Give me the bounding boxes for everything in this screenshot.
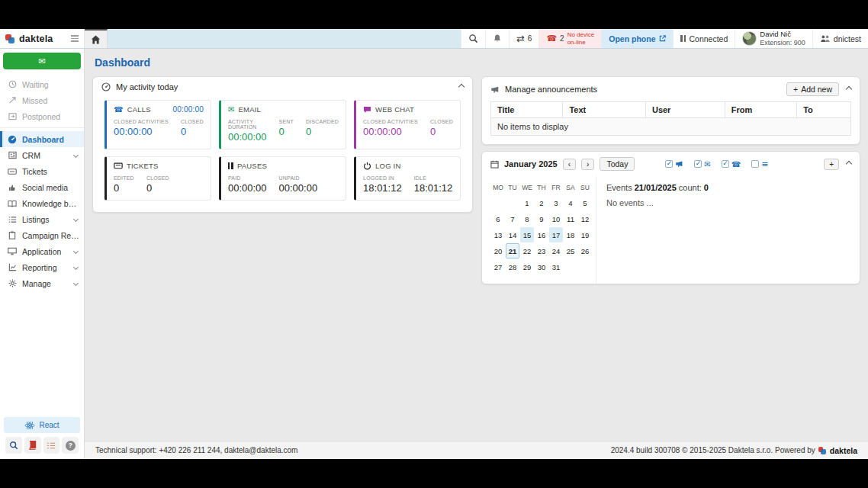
column-header-user[interactable]: User: [645, 102, 725, 118]
column-header-title[interactable]: Title: [491, 102, 563, 118]
calendar-day[interactable]: 6: [491, 211, 505, 226]
tab-home[interactable]: [85, 29, 108, 48]
manual-button[interactable]: [24, 437, 41, 454]
calendar-day[interactable]: 8: [520, 211, 534, 226]
calendar-day[interactable]: 15: [520, 227, 534, 242]
add-new-button[interactable]: +Add new: [786, 82, 839, 96]
user-profile[interactable]: David Nič Extension: 900: [735, 29, 812, 48]
react-version-button[interactable]: React: [4, 417, 80, 433]
filter-calls[interactable]: ☎: [722, 160, 741, 169]
help-button[interactable]: ?: [62, 437, 79, 454]
calendar-day[interactable]: 1: [520, 195, 534, 210]
calendar-day[interactable]: 29: [520, 259, 534, 274]
sidebar-item-campaign-records[interactable]: Campaign Records: [0, 227, 84, 243]
column-header-text[interactable]: Text: [563, 102, 646, 118]
card-log-in[interactable]: LOG IN LOGGED IN18:01:12 IDLE18:01:12: [354, 156, 461, 201]
open-phone-button[interactable]: Open phone: [601, 29, 673, 48]
calendar-day[interactable]: 27: [491, 259, 505, 274]
calendar-day[interactable]: 7: [506, 211, 519, 226]
sidebar-item-waiting[interactable]: Waiting: [0, 76, 84, 92]
activity-panel: My activity today ☎ CALLS 00:00:00: [92, 76, 473, 213]
sidebar-item-listings[interactable]: Listings: [0, 211, 84, 227]
events-header: Events 21/01/2025 count: 0: [606, 183, 850, 192]
card-web-chat[interactable]: WEB CHAT CLOSED ACTIVITIES00:00:00 CLOSE…: [354, 100, 461, 149]
calendar-day[interactable]: 12: [578, 211, 592, 226]
notifications-button[interactable]: [485, 29, 509, 48]
column-header-from[interactable]: From: [725, 102, 796, 118]
calendar-day[interactable]: 23: [535, 243, 548, 258]
no-device-status[interactable]: ☎ 2 No deviceon-line: [538, 29, 601, 48]
checkbox[interactable]: [751, 160, 759, 168]
footer: Technical support: +420 226 211 244, dak…: [85, 441, 868, 459]
calendar-next-button[interactable]: ›: [581, 159, 594, 170]
chevron-down-icon: [73, 265, 79, 270]
collapse-icon[interactable]: [846, 161, 852, 167]
sidebar-search-button[interactable]: [5, 437, 22, 454]
checkbox[interactable]: [722, 160, 729, 168]
collapse-icon[interactable]: [458, 84, 465, 90]
calendar-day[interactable]: 30: [535, 259, 548, 274]
changelog-button[interactable]: [43, 437, 60, 454]
sidebar-item-crm[interactable]: CRM: [0, 147, 84, 163]
calendar-day[interactable]: 16: [535, 227, 548, 242]
calendar-day[interactable]: 22: [520, 243, 534, 258]
calendar-day[interactable]: 24: [549, 243, 563, 258]
envelope-icon: ✉: [228, 105, 235, 114]
transfers-button[interactable]: ⇄ 6: [509, 29, 538, 48]
calendar-day[interactable]: 13: [491, 227, 505, 242]
sidebar-item-application[interactable]: Application: [0, 243, 84, 259]
sidebar-item-postponed[interactable]: Postponed: [0, 108, 84, 124]
calendar-day[interactable]: 25: [564, 243, 577, 258]
sidebar-item-reporting[interactable]: Reporting: [0, 259, 84, 275]
column-header-to[interactable]: To: [797, 102, 851, 118]
calendar-day[interactable]: 9: [535, 211, 548, 226]
sidebar-tools: ?: [0, 437, 84, 459]
calendar-day[interactable]: 11: [564, 211, 577, 226]
calendar-add-button[interactable]: +: [824, 159, 839, 170]
account-switcher[interactable]: dnictest: [812, 29, 868, 48]
collapse-icon[interactable]: [846, 86, 852, 92]
activity-cards: ☎ CALLS 00:00:00 CLOSED ACTIVITIES00:00:…: [93, 97, 472, 212]
calendar-day[interactable]: 4: [564, 195, 577, 210]
new-message-button[interactable]: ✉: [3, 53, 81, 69]
calendar-day[interactable]: 26: [578, 243, 592, 258]
connection-status[interactable]: Connected: [673, 29, 735, 48]
filter-emails[interactable]: ✉: [694, 160, 710, 169]
calendar-prev-button[interactable]: ‹: [563, 159, 576, 170]
filter-announcements[interactable]: [665, 160, 683, 168]
card-calls[interactable]: ☎ CALLS 00:00:00 CLOSED ACTIVITIES00:00:…: [104, 100, 211, 149]
calendar-day[interactable]: 5: [578, 195, 592, 210]
footer-right: 2024.4 build 300708 © 2015-2025 Daktela …: [611, 446, 857, 455]
calendar-day[interactable]: 28: [506, 259, 519, 274]
calendar-day[interactable]: 17: [549, 227, 563, 242]
calendar-day[interactable]: 31: [549, 259, 563, 274]
megaphone-icon: [675, 160, 683, 168]
calendar-day[interactable]: 10: [549, 211, 563, 226]
card-email[interactable]: ✉ EMAIL ACTIVITY DURATION00:00:00 SENT0 …: [219, 100, 346, 149]
sidebar-toggle-icon[interactable]: [71, 35, 79, 42]
calendar-day[interactable]: 19: [578, 227, 592, 242]
sidebar-item-knowledge-base[interactable]: Knowledge base: [0, 195, 84, 211]
sidebar-item-dashboard[interactable]: Dashboard: [0, 131, 84, 147]
card-pauses[interactable]: PAUSES PAID00:00:00 UNPAID00:00:00: [219, 156, 346, 201]
checkbox[interactable]: [694, 160, 702, 168]
checklist-icon: [47, 441, 56, 450]
calendar-day[interactable]: 3: [549, 195, 563, 210]
sidebar-item-manage[interactable]: Manage: [0, 275, 84, 291]
checkbox[interactable]: [665, 160, 673, 168]
calendar-day[interactable]: 21: [506, 243, 519, 258]
calendar-day[interactable]: 2: [535, 195, 548, 210]
metric: PAID00:00:00: [228, 175, 267, 194]
sidebar-item-tickets[interactable]: Tickets: [0, 163, 84, 179]
calendar-today-button[interactable]: Today: [600, 157, 635, 171]
sidebar-item-missed[interactable]: Missed: [0, 92, 84, 108]
calendar-day[interactable]: 14: [506, 227, 519, 242]
card-tickets[interactable]: TICKETS EDITED0 CLOSED0: [104, 156, 211, 201]
sidebar-item-social-media[interactable]: Social media: [0, 179, 84, 195]
filter-activities[interactable]: ≡: [751, 159, 768, 169]
daktela-app-window: daktela ⇄ 6 ☎: [0, 29, 868, 459]
list-lines-icon: [8, 216, 17, 223]
calendar-day[interactable]: 18: [564, 227, 577, 242]
calendar-day[interactable]: 20: [491, 243, 505, 258]
search-button[interactable]: [461, 29, 485, 48]
